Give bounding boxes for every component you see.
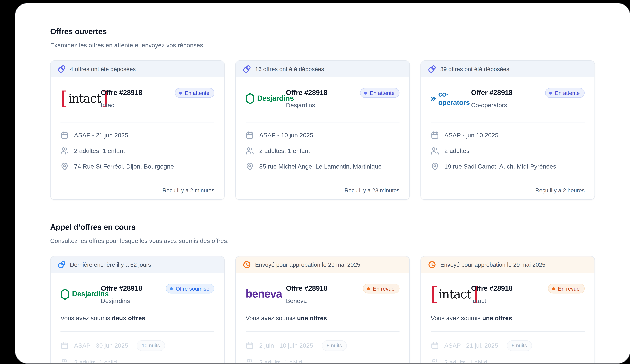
offer-count-label: 39 offres ont été déposées (440, 66, 509, 72)
open-offers-section: Offres ouvertes Examinez les offres en a… (50, 27, 595, 200)
offer-card-intact[interactable]: 4 offres ont été déposées [intact] Offre… (50, 60, 224, 200)
occupants-row: 2 adults, 1 child (246, 358, 400, 363)
status-dot-icon (552, 287, 555, 290)
card-top: co-operators Offer #28918 En attente Co-… (421, 77, 594, 122)
offer-count-label: 4 offres ont été déposées (70, 66, 136, 72)
open-offers-card-row: 4 offres ont été déposées [intact] Offre… (50, 60, 595, 200)
submitted-offers-line: Vous avez soumis une offres (236, 313, 409, 331)
desjardins-logo: Desjardins (246, 88, 280, 109)
company-name: Beneva (286, 297, 400, 305)
status-badge: En attente (175, 88, 214, 98)
cooperators-chevrons-icon (431, 95, 437, 102)
offer-details: ASAP - 21 jun 2025 2 adultes, 1 enfant 7… (51, 123, 224, 182)
status-dot-icon (364, 92, 367, 94)
people-icon (60, 358, 69, 363)
card-top: Desjardins Offre #28918 Offre soumise De… (51, 273, 224, 313)
approval-banner: Envoyé pour approbation le 29 mai 2025 (421, 256, 594, 273)
offer-count-banner: 4 offres ont été déposées (51, 61, 224, 77)
people-icon (246, 147, 254, 155)
occupants-row: 2 adultes, 1 enfant (246, 147, 400, 155)
nights-chip: 8 nuits (322, 340, 347, 351)
approval-label: Envoyé pour approbation le 29 mai 2025 (440, 261, 545, 268)
offer-details: ASAP - 10 jun 2025 2 adultes, 1 enfant 8… (236, 123, 409, 182)
offer-card-desjardins[interactable]: 16 offres ont été déposées Desjardins Of… (235, 60, 410, 200)
last-bid-banner: Dernière enchère il y a 62 jours (51, 256, 224, 273)
offer-card-cooperators[interactable]: 39 offres ont été déposées co-operators … (420, 60, 595, 200)
offer-details: ASAP - jun 10 2025 2 adultes 19 rue Sadi… (421, 123, 594, 182)
occupants-row: 2 adults, 1 child (60, 358, 214, 363)
calendar-icon (246, 131, 254, 139)
company-name: Intact (101, 102, 214, 109)
beneva-logo: beneva (246, 284, 280, 305)
tender-details: ASAP - 30 jun 2025 10 nuits 2 adults, 1 … (51, 332, 224, 363)
status-badge: En attente (360, 88, 400, 98)
address-row: 19 rue Sadi Carnot, Auch, Midi-Pyrénées (431, 162, 585, 171)
dates-row: ASAP - 30 jun 2025 10 nuits (60, 340, 214, 351)
card-top: Desjardins Offre #28918 En attente Desja… (236, 77, 409, 122)
people-icon (431, 147, 439, 155)
people-icon (246, 358, 254, 363)
calendar-icon (431, 342, 439, 350)
offer-count-banner: 16 offres ont été déposées (236, 61, 409, 77)
approval-banner: Envoyé pour approbation le 29 mai 2025 (236, 256, 409, 273)
map-pin-icon (431, 162, 439, 171)
status-badge: En revue (363, 284, 400, 293)
viewport: Offres ouvertes Examinez les offres en a… (0, 0, 630, 364)
nights-chip: 8 nuits (507, 340, 532, 351)
calendar-icon (60, 131, 69, 139)
status-badge: En revue (548, 284, 585, 293)
card-top: [intact] Offre #28918 En attente Intact (51, 77, 224, 122)
intact-logo: [intact] (431, 284, 465, 305)
desjardins-hexagon-icon (246, 93, 255, 104)
status-dot-icon (179, 92, 182, 94)
occupants-row: 2 adultes (431, 147, 585, 155)
company-name: Desjardins (101, 297, 214, 305)
offer-title: Offre #28918 (101, 284, 142, 293)
map-pin-icon (246, 162, 254, 171)
dates-row: ASAP - 21 jul, 2025 8 nuits (431, 340, 585, 351)
status-badge: Offre soumise (166, 284, 214, 293)
offer-count-banner: 39 offres ont été déposées (421, 61, 594, 77)
dates-row: 2 juin - 10 juin 2025 8 nuits (246, 340, 400, 351)
approval-label: Envoyé pour approbation le 29 mai 2025 (255, 261, 360, 268)
calendar-icon (246, 342, 254, 350)
bids-icon (428, 65, 436, 73)
submitted-offers-line: Vous avez soumis deux offres (51, 313, 224, 331)
offer-title: Offre #28918 (101, 88, 142, 97)
card-top: beneva Offre #28918 En revue Beneva (236, 273, 409, 313)
occupants-row: 2 adultes, 1 enfant (60, 147, 214, 155)
status-dot-icon (367, 287, 370, 290)
people-icon (431, 358, 439, 363)
section-subtitle-open-offers: Examinez les offres en attente et envoye… (50, 41, 595, 49)
received-timestamp: Reçu il y a 2 minutes (51, 182, 224, 199)
bids-icon (243, 65, 251, 73)
section-subtitle-active-tenders: Consultez les offres pour lesquelles vou… (50, 237, 595, 244)
section-title-open-offers: Offres ouvertes (50, 27, 595, 36)
tender-card-desjardins[interactable]: Dernière enchère il y a 62 jours Desjard… (50, 256, 224, 363)
tender-card-intact[interactable]: Envoyé pour approbation le 29 mai 2025 [… (420, 256, 595, 363)
intact-logo: [intact] (60, 88, 95, 109)
people-icon (60, 147, 69, 155)
card-top: [intact] Offre #28918 En revue Intact (421, 273, 594, 313)
received-timestamp: Reçu il y a 2 heures (421, 182, 594, 199)
tender-card-beneva[interactable]: Envoyé pour approbation le 29 mai 2025 b… (235, 256, 410, 363)
desjardins-hexagon-icon (60, 288, 70, 300)
status-badge: En attente (545, 88, 585, 98)
tender-details: ASAP - 21 jul, 2025 8 nuits 2 adults, 1 … (421, 332, 594, 363)
company-name: Co-operators (471, 102, 585, 109)
calendar-icon (431, 131, 439, 139)
offer-title: Offer #28918 (471, 88, 512, 97)
section-title-active-tenders: Appel d’offres en cours (50, 223, 595, 232)
received-timestamp: Reçu il y a 23 minutes (236, 182, 409, 199)
offer-title: Offre #28918 (286, 88, 327, 97)
company-name: Desjardins (286, 102, 400, 109)
submitted-offers-line: Vous avez soumis une offres (421, 313, 594, 331)
status-dot-icon (170, 287, 173, 290)
map-pin-icon (60, 162, 69, 171)
bids-icon (58, 261, 66, 269)
status-dot-icon (549, 92, 552, 94)
address-row: 74 Rue St Ferréol, Dijon, Bourgogne (60, 162, 214, 171)
dates-row: ASAP - 21 jun 2025 (60, 131, 214, 139)
tender-details: 2 juin - 10 juin 2025 8 nuits 2 adults, … (236, 332, 409, 363)
offer-count-label: 16 offres ont été déposées (255, 66, 324, 72)
